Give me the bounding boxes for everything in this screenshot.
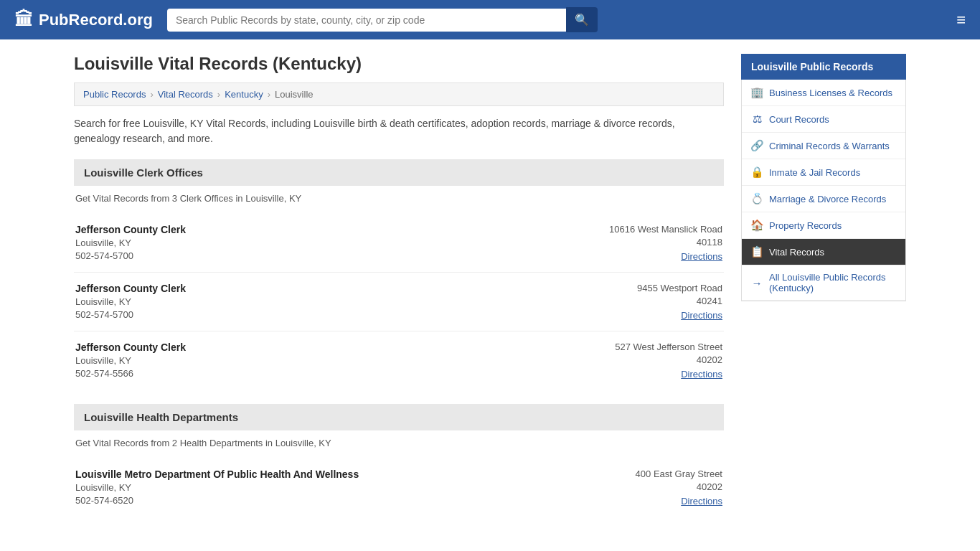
office-city: Louisville, KY	[75, 237, 186, 248]
clerk-offices-header: Louisville Clerk Offices	[74, 159, 724, 186]
sidebar-item-court-records[interactable]: ⚖ Court Records	[742, 106, 905, 133]
record-right: 527 West Jefferson Street 40202 Directio…	[615, 342, 722, 380]
sidebar-item-all-records[interactable]: → All Louisville Public Records (Kentuck…	[742, 265, 905, 301]
sidebar: Louisville Public Records 🏢 Business Lic…	[741, 54, 906, 531]
table-row: Jefferson County Clerk Louisville, KY 50…	[74, 214, 724, 273]
search-input[interactable]	[167, 9, 566, 32]
office-phone: 502-574-5700	[75, 309, 186, 320]
menu-icon[interactable]: ≡	[956, 11, 966, 29]
office-phone: 502-574-6520	[75, 495, 359, 506]
office-name: Jefferson County Clerk	[75, 224, 186, 235]
page-title: Louisville Vital Records (Kentucky)	[74, 54, 724, 74]
content-area: Louisville Vital Records (Kentucky) Publ…	[74, 54, 724, 531]
office-name: Jefferson County Clerk	[75, 342, 186, 353]
office-zip: 40241	[637, 296, 722, 306]
record-right: 9455 Westport Road 40241 Directions	[637, 283, 722, 321]
office-address: 400 East Gray Street	[636, 468, 722, 479]
search-icon: 🔍	[575, 14, 589, 26]
sidebar-item-label: Marriage & Divorce Records	[769, 194, 886, 204]
site-logo[interactable]: 🏛 PubRecord.org	[14, 9, 153, 31]
office-city: Louisville, KY	[75, 355, 186, 366]
sidebar-item-vital-records[interactable]: 📋 Vital Records	[742, 239, 905, 265]
house-icon: 🏠	[750, 219, 763, 232]
record-left: Jefferson County Clerk Louisville, KY 50…	[75, 283, 186, 321]
record-left: Jefferson County Clerk Louisville, KY 50…	[75, 342, 186, 380]
office-zip: 40202	[615, 354, 722, 365]
office-address: 527 West Jefferson Street	[615, 342, 722, 352]
record-right: 400 East Gray Street 40202 Directions	[636, 468, 722, 507]
sidebar-item-label: Property Records	[769, 220, 842, 231]
office-zip: 40118	[609, 237, 722, 248]
office-address: 10616 West Manslick Road	[609, 224, 722, 235]
link-icon: 🔗	[750, 139, 763, 152]
lock-icon: 🔒	[750, 166, 763, 179]
table-row: Jefferson County Clerk Louisville, KY 50…	[74, 273, 724, 331]
sidebar-item-label: Business Licenses & Records	[769, 88, 892, 98]
office-name: Louisville Metro Department Of Public He…	[75, 468, 359, 480]
sidebar-item-marriage-divorce[interactable]: 💍 Marriage & Divorce Records	[742, 186, 905, 212]
main-container: Louisville Vital Records (Kentucky) Publ…	[60, 39, 920, 545]
office-city: Louisville, KY	[75, 482, 359, 493]
health-departments-header: Louisville Health Departments	[74, 404, 724, 430]
clerk-offices-desc: Get Vital Records from 3 Clerk Offices i…	[74, 193, 724, 204]
sidebar-item-business-licenses[interactable]: 🏢 Business Licenses & Records	[742, 80, 905, 106]
search-bar: 🔍	[167, 7, 598, 32]
sidebar-title: Louisville Public Records	[741, 54, 906, 80]
table-row: Jefferson County Clerk Louisville, KY 50…	[74, 331, 724, 390]
building-icon: 🏛	[14, 9, 33, 31]
office-city: Louisville, KY	[75, 296, 186, 307]
sidebar-item-criminal-records[interactable]: 🔗 Criminal Records & Warrants	[742, 133, 905, 159]
clipboard-icon: 📋	[750, 245, 763, 258]
breadcrumb-vital-records[interactable]: Vital Records	[158, 89, 213, 100]
breadcrumb-public-records[interactable]: Public Records	[83, 89, 146, 100]
office-phone: 502-574-5566	[75, 368, 186, 379]
building-icon: 🏢	[750, 86, 763, 99]
directions-link[interactable]: Directions	[681, 496, 722, 507]
record-left: Louisville Metro Department Of Public He…	[75, 468, 359, 507]
clerk-offices-section: Louisville Clerk Offices Get Vital Recor…	[74, 159, 724, 390]
site-header: 🏛 PubRecord.org 🔍 ≡	[0, 0, 980, 39]
directions-link[interactable]: Directions	[681, 369, 722, 380]
sidebar-item-label: All Louisville Public Records (Kentucky)	[769, 272, 897, 293]
arrow-right-icon: →	[750, 277, 763, 289]
sidebar-item-label: Inmate & Jail Records	[769, 167, 860, 178]
sidebar-item-label: Vital Records	[769, 247, 824, 258]
office-name: Jefferson County Clerk	[75, 283, 186, 294]
record-right: 10616 West Manslick Road 40118 Direction…	[609, 224, 722, 262]
sidebar-item-label: Court Records	[769, 114, 829, 125]
search-button[interactable]: 🔍	[566, 7, 598, 32]
health-departments-desc: Get Vital Records from 2 Health Departme…	[74, 438, 724, 448]
sidebar-item-label: Criminal Records & Warrants	[769, 141, 890, 151]
sidebar-menu: 🏢 Business Licenses & Records ⚖ Court Re…	[741, 80, 906, 301]
breadcrumb: Public Records › Vital Records › Kentuck…	[74, 83, 724, 106]
office-phone: 502-574-5700	[75, 250, 186, 261]
directions-link[interactable]: Directions	[681, 251, 722, 262]
office-address: 9455 Westport Road	[637, 283, 722, 293]
breadcrumb-kentucky[interactable]: Kentucky	[225, 89, 263, 100]
breadcrumb-louisville: Louisville	[275, 89, 313, 100]
table-row: Louisville Metro Department Of Public He…	[74, 458, 724, 517]
ring-icon: 💍	[750, 192, 763, 205]
scales-icon: ⚖	[750, 113, 763, 126]
record-left: Jefferson County Clerk Louisville, KY 50…	[75, 224, 186, 262]
sidebar-item-inmate-jail[interactable]: 🔒 Inmate & Jail Records	[742, 159, 905, 186]
health-departments-section: Louisville Health Departments Get Vital …	[74, 404, 724, 517]
sidebar-item-property-records[interactable]: 🏠 Property Records	[742, 212, 905, 239]
logo-text: PubRecord.org	[39, 11, 153, 29]
office-zip: 40202	[636, 481, 722, 492]
directions-link[interactable]: Directions	[681, 310, 722, 321]
page-description: Search for free Louisville, KY Vital Rec…	[74, 116, 724, 146]
